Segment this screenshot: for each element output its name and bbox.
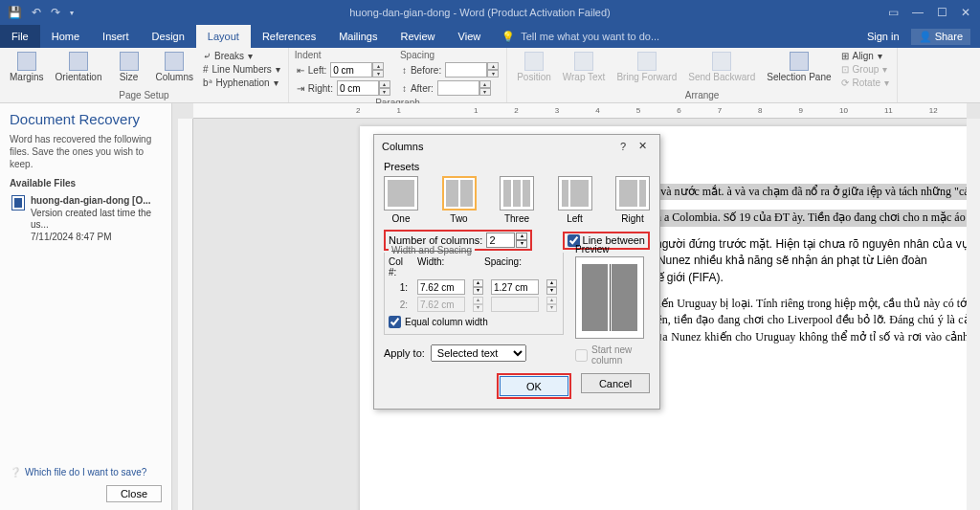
recovery-desc: Word has recovered the following files. … [10,133,162,170]
width-spacing-group: Width and Spacing Col #:Width:Spacing: 1… [384,253,564,335]
group-page-setup: Margins Orientation Size Columns ⤶ Break… [0,48,289,102]
redo-icon[interactable]: ↷ [51,6,60,19]
equal-column-width-checkbox[interactable] [389,316,401,328]
spacing-after[interactable]: ↕ After: ▴▾ [400,79,501,97]
tab-review[interactable]: Review [390,25,447,48]
col2-width-input [417,297,465,312]
recovered-file-time: 7/11/2024 8:47 PM [31,232,160,244]
recovery-title: Document Recovery [10,111,162,127]
spinner-up-icon[interactable]: ▴ [516,233,527,240]
vertical-ruler[interactable] [178,119,193,510]
cancel-button[interactable]: Cancel [581,373,650,393]
ribbon-options-icon[interactable]: ▭ [888,6,899,19]
close-icon[interactable]: ✕ [961,6,970,19]
tab-view[interactable]: View [447,25,493,48]
apply-to-select[interactable]: Selected text [431,344,526,362]
share-button[interactable]: 👤 Share [911,29,970,45]
bring-forward-button: Bring Forward [612,50,680,84]
ribbon-tabs: File Home Insert Design Layout Reference… [0,25,980,48]
breaks-button[interactable]: ⤶ Breaks ▾ [201,50,282,62]
spacing-after-input[interactable] [437,80,479,96]
tab-mailings[interactable]: Mailings [327,25,389,48]
tab-insert[interactable]: Insert [91,25,141,48]
word-doc-icon [11,195,25,211]
spinner-down-icon[interactable]: ▾ [516,240,527,248]
horizontal-ruler[interactable]: 2112345678910111213141516171819 [193,103,967,119]
dialog-help-icon[interactable]: ? [613,141,633,152]
align-button[interactable]: ⊞ Align ▾ [839,50,891,62]
col2-spacing-input [491,297,539,312]
which-file-link[interactable]: ❔Which file do I want to save? [10,467,146,477]
orientation-button[interactable]: Orientation [52,50,106,84]
tab-file[interactable]: File [0,25,40,48]
columns-button[interactable]: Columns [152,50,197,84]
recovered-file-name: huong-dan-gian-dong [O... [31,195,160,208]
document-recovery-pane: Document Recovery Word has recovered the… [0,103,172,510]
ok-button[interactable]: OK [500,376,568,396]
bulb-icon: 💡 [501,31,515,43]
recovered-file-item[interactable]: huong-dan-gian-dong [O... Version create… [10,192,162,246]
dialog-close-icon[interactable]: ✕ [633,140,652,152]
spacing-before-input[interactable] [445,62,487,78]
indent-left[interactable]: ⇤ Left: ▴▾ [295,61,392,78]
indent-left-input[interactable] [330,62,372,78]
indent-right-input[interactable] [337,80,379,96]
group-arrange: Position Wrap Text Bring Forward Send Ba… [507,48,898,102]
recovered-file-version: Version created last time the us... [31,208,160,232]
number-of-columns-input[interactable] [486,233,515,248]
apply-to-label: Apply to: [384,347,425,359]
sign-in-link[interactable]: Sign in [867,31,900,42]
rotate-button: ⟳ Rotate ▾ [839,77,891,89]
tab-home[interactable]: Home [40,25,91,48]
start-new-column-checkbox [575,349,588,362]
maximize-icon[interactable]: ☐ [937,6,947,19]
tab-layout[interactable]: Layout [196,25,251,48]
selection-pane-button[interactable]: Selection Pane [763,50,835,84]
margins-button[interactable]: Margins [6,50,48,84]
group-button: ⊡ Group ▾ [839,63,891,76]
send-backward-button: Send Backward [684,50,759,84]
tab-design[interactable]: Design [141,25,196,48]
dialog-title: Columns [382,141,613,152]
qat-dropdown-icon[interactable]: ▾ [70,9,74,17]
available-files-label: Available Files [10,178,162,188]
spacing-before[interactable]: ↕ Before: ▴▾ [400,61,501,78]
presets-label: Presets [384,161,650,172]
tell-me-search[interactable]: 💡Tell me what you want to do... [492,25,669,48]
minimize-icon[interactable]: — [912,6,924,19]
vertical-scrollbar[interactable] [967,119,980,510]
tab-references[interactable]: References [251,25,327,48]
preset-left[interactable]: Left [558,176,592,224]
preset-three[interactable]: Three [500,176,534,224]
size-button[interactable]: Size [110,50,148,84]
wrap-text-button: Wrap Text [559,50,610,84]
preset-one[interactable]: One [384,176,418,224]
window-title: huong-dan-gian-dong - Word (Product Acti… [81,7,879,18]
preview-pane: Preview Start new column [575,244,646,366]
hyphenation-button[interactable]: bᵃ Hyphenation ▾ [201,77,282,89]
group-label-page-setup: Page Setup [6,89,282,101]
line-numbers-button[interactable]: # Line Numbers ▾ [201,63,282,76]
undo-icon[interactable]: ↶ [32,6,41,19]
preset-two[interactable]: Two [442,176,477,224]
col1-width-input[interactable] [417,279,465,295]
ribbon: Margins Orientation Size Columns ⤶ Break… [0,48,980,103]
group-paragraph: Indent ⇤ Left: ▴▾ ⇥ Right: ▴▾ Spacing ↕ … [289,48,507,102]
indent-right[interactable]: ⇥ Right: ▴▾ [295,79,392,97]
help-icon: ❔ [10,467,21,477]
position-button: Position [513,50,555,84]
columns-dialog: Columns ? ✕ Presets One Two Three Left R… [373,134,660,410]
title-bar: 💾 ↶ ↷ ▾ huong-dan-gian-dong - Word (Prod… [0,0,980,25]
preset-right[interactable]: Right [615,176,650,224]
recovery-close-button[interactable]: Close [106,485,162,502]
col1-spacing-input[interactable] [491,279,539,295]
group-label-arrange: Arrange [513,89,891,101]
save-icon[interactable]: 💾 [8,6,22,19]
